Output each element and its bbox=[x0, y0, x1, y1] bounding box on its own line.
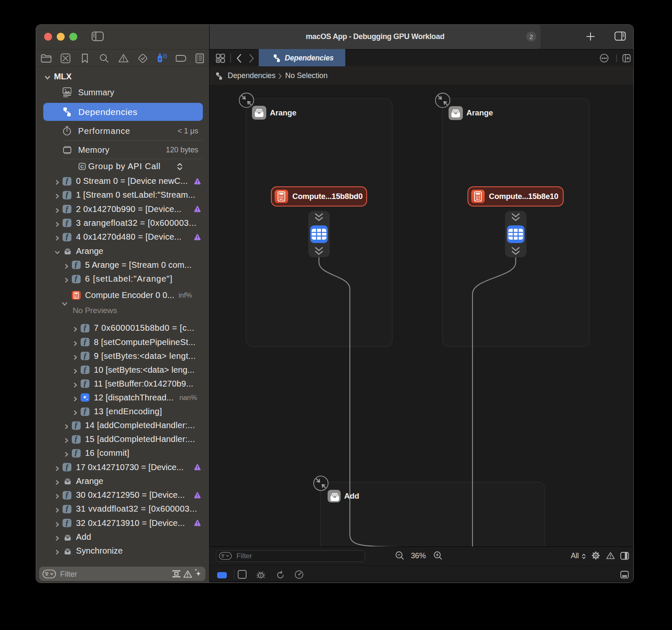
svg-text:C: C bbox=[80, 164, 84, 169]
